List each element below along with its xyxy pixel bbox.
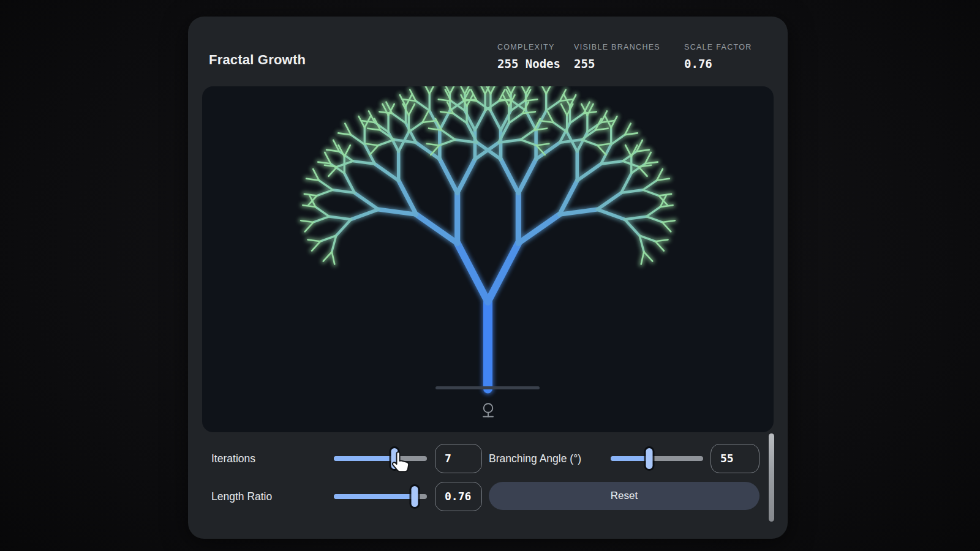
controls-row-1: Iterations 7 Branching Angle (°) 55	[188, 444, 788, 473]
branching-angle-input[interactable]: 55	[710, 444, 760, 473]
fractal-growth-panel: Fractal Growth COMPLEXITY 255 Nodes VISI…	[188, 17, 788, 539]
stat-visible-branches-value: 255	[574, 57, 660, 70]
length-ratio-label: Length Ratio	[211, 482, 272, 511]
branching-angle-slider-fill	[611, 456, 649, 461]
fractal-canvas	[202, 86, 774, 432]
stat-complexity-label: COMPLEXITY	[497, 43, 560, 51]
stat-scale-factor-label: SCALE FACTOR	[684, 43, 752, 51]
length-ratio-slider[interactable]	[334, 482, 427, 511]
tree-icon	[480, 401, 497, 418]
stat-visible-branches-label: VISIBLE BRANCHES	[574, 43, 660, 51]
branching-angle-slider[interactable]	[611, 444, 703, 473]
iterations-slider-fill	[334, 456, 394, 461]
length-ratio-input[interactable]: 0.76	[435, 482, 482, 511]
branching-angle-label: Branching Angle (°)	[489, 444, 581, 473]
reset-button[interactable]: Reset	[489, 482, 760, 510]
stat-complexity: COMPLEXITY 255 Nodes	[497, 43, 560, 70]
iterations-slider[interactable]	[334, 444, 427, 473]
length-ratio-slider-thumb[interactable]	[411, 486, 418, 507]
length-ratio-slider-fill	[334, 494, 415, 499]
stat-complexity-value: 255 Nodes	[497, 57, 560, 70]
iterations-input[interactable]: 7	[435, 444, 482, 473]
stat-visible-branches: VISIBLE BRANCHES 255	[574, 43, 660, 70]
page-title: Fractal Growth	[209, 52, 306, 68]
stat-scale-factor-value: 0.76	[684, 57, 752, 70]
scrollbar-thumb[interactable]	[769, 433, 774, 522]
controls-row-2: Length Ratio 0.76 Reset	[188, 482, 788, 511]
stat-scale-factor: SCALE FACTOR 0.76	[684, 43, 752, 70]
branching-angle-slider-thumb[interactable]	[646, 448, 652, 469]
ground-line	[435, 386, 540, 389]
iterations-slider-thumb[interactable]	[391, 448, 398, 469]
fractal-tree-visualization	[202, 86, 774, 432]
iterations-label: Iterations	[211, 444, 255, 473]
